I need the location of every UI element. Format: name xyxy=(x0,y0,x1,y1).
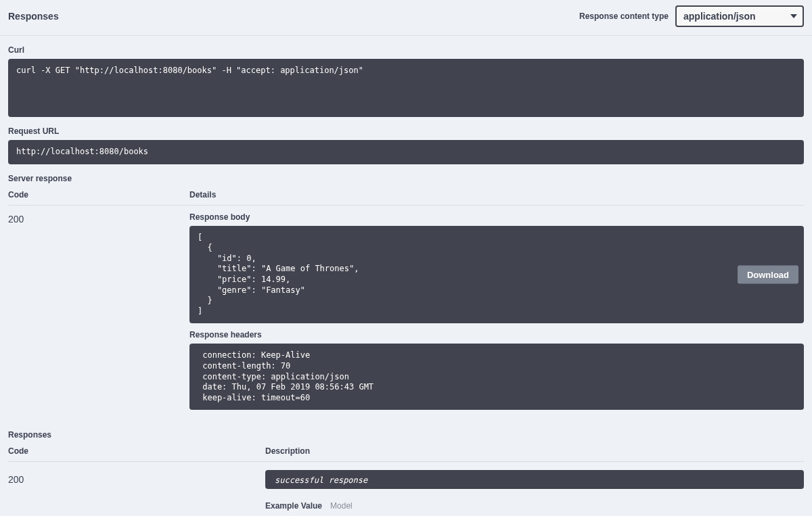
response-body-label: Response body xyxy=(189,212,804,222)
response-body-content: [ { "id": 0, "title": "A Game of Thrones… xyxy=(198,233,796,317)
curl-command-box: curl -X GET "http://localhost:8080/books… xyxy=(8,59,804,117)
description-text: successful response xyxy=(275,475,367,485)
responses-row: 200 successful response Example Value Mo… xyxy=(8,470,804,516)
content-type-select-wrap: application/json xyxy=(675,5,804,27)
server-response-header-row: Code Details xyxy=(8,190,804,206)
content-type-select[interactable]: application/json xyxy=(675,5,804,27)
content-type-group: Response content type application/json xyxy=(579,5,804,27)
content-type-label: Response content type xyxy=(579,11,669,21)
download-button[interactable]: Download xyxy=(738,265,798,283)
curl-label: Curl xyxy=(8,45,804,55)
status-code-2: 200 xyxy=(8,470,265,516)
tab-model[interactable]: Model xyxy=(330,501,353,511)
responses-section-label: Responses xyxy=(8,430,804,440)
request-url-box: http://localhost:8080/books xyxy=(8,140,804,164)
server-response-row: 200 Response body [ { "id": 0, "title": … xyxy=(8,212,804,424)
server-response-label: Server response xyxy=(8,174,804,183)
server-response-detail: Response body [ { "id": 0, "title": "A G… xyxy=(189,212,804,424)
response-headers-label: Response headers xyxy=(189,330,804,339)
code-header: Code xyxy=(8,190,189,200)
status-code: 200 xyxy=(8,212,189,424)
request-url-label: Request URL xyxy=(8,126,804,136)
description-box: successful response xyxy=(265,470,804,489)
responses-header-row: Code Description xyxy=(8,446,804,462)
responses-title: Responses xyxy=(8,11,59,22)
example-tabs: Example Value Model xyxy=(265,501,804,511)
description-header: Description xyxy=(265,446,804,456)
body-section: Curl curl -X GET "http://localhost:8080/… xyxy=(0,36,812,516)
details-header: Details xyxy=(189,190,804,200)
response-body-box: [ { "id": 0, "title": "A Game of Thrones… xyxy=(189,226,804,324)
response-headers-box: connection: Keep-Alive content-length: 7… xyxy=(189,344,804,410)
responses-header: Responses Response content type applicat… xyxy=(0,0,812,36)
code-header-2: Code xyxy=(8,446,265,456)
responses-detail: successful response Example Value Model … xyxy=(265,470,804,516)
tab-example-value[interactable]: Example Value xyxy=(265,501,322,511)
